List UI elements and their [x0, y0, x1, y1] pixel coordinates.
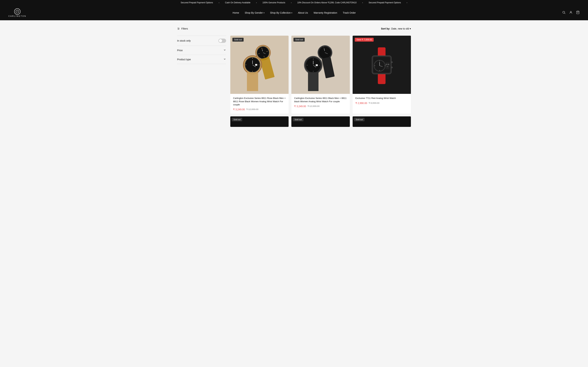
product-image-2: Sold out — [291, 36, 350, 94]
price-current-3: ₹ 2,990.00 — [355, 102, 367, 105]
sort-area: Sort by: Date, new to old ▾ — [381, 27, 411, 30]
svg-text:12:35: 12:35 — [386, 64, 389, 65]
svg-line-39 — [324, 46, 324, 47]
sidebar: In stock only Price — [177, 36, 226, 127]
product-image-1: Sold out — [230, 36, 289, 94]
products-area: Sold out — [230, 36, 411, 127]
product-info-1: Carlington Exclusive Series 8811 Rose Bl… — [230, 94, 289, 114]
product-card-3[interactable]: Save ₹ 7,009.00 — [353, 36, 411, 114]
product-badge-3: Save ₹ 7,009.00 — [355, 38, 374, 42]
sidebar-section-price: Price — [177, 46, 226, 55]
filters-label: Filters — [181, 27, 188, 30]
product-prices-3: ₹ 2,990.00 ₹ 9,999.00 — [355, 102, 408, 105]
svg-rect-50 — [316, 64, 318, 66]
account-icon[interactable] — [569, 11, 573, 15]
in-stock-toggle[interactable] — [218, 39, 226, 43]
toggle-track — [218, 39, 226, 43]
product-placeholder-1 — [230, 36, 289, 94]
logo-icon — [14, 8, 20, 15]
product-card-1[interactable]: Sold out — [230, 36, 289, 114]
sort-dropdown[interactable]: Date, new to old ▾ — [391, 27, 411, 30]
cart-icon[interactable] — [576, 11, 579, 15]
search-icon[interactable] — [562, 11, 566, 15]
bottom-badge-1: Sold out — [232, 118, 242, 121]
svg-point-68 — [391, 67, 393, 68]
product-type-row[interactable]: Product type — [177, 58, 226, 61]
svg-rect-40 — [322, 57, 335, 78]
product-card-bottom-2[interactable]: Sold out — [291, 117, 350, 127]
toggle-thumb — [219, 39, 222, 42]
header-icons — [562, 11, 579, 15]
filters-button[interactable]: Filters — [177, 27, 188, 30]
svg-point-1 — [563, 11, 565, 13]
announcement-item-4: 10% Discount On Orders Above ₹1299, Code… — [297, 1, 357, 4]
svg-rect-53 — [378, 74, 386, 84]
svg-point-10 — [178, 29, 179, 30]
product-type-label: Product type — [177, 58, 191, 61]
announcement-bar: Secured Prepaid Payment Options ● Cash O… — [0, 0, 588, 5]
product-badge-1: Sold out — [232, 38, 244, 42]
product-card-bottom-3[interactable]: Sold out — [353, 117, 411, 127]
announcement-item-3: 100% Genuine Products — [262, 1, 285, 4]
nav-home[interactable]: Home — [233, 11, 239, 14]
product-info-2: Carlington Exclusive Series 8811 Black M… — [291, 94, 350, 110]
product-type-expand-icon — [223, 58, 226, 61]
announcement-item-5: Secured Prepaid Payment Options — [369, 1, 401, 4]
product-card-bottom-1[interactable]: Sold out — [230, 117, 289, 127]
nav-shop-collection[interactable]: Shop By Collection ▾ — [270, 11, 292, 14]
products-bottom-row: Sold out Sold out Sold out — [230, 117, 411, 127]
announcement-dot-4: ● — [362, 2, 363, 3]
price-current-2: ₹ 3,249.00 — [294, 105, 306, 108]
svg-rect-51 — [308, 72, 319, 91]
nav-warranty[interactable]: Warranty Registration — [314, 11, 337, 14]
product-placeholder-3: 12:35 THU — [353, 36, 411, 94]
price-expand-icon — [223, 49, 226, 52]
chevron-down-icon: ▾ — [264, 12, 264, 14]
sort-value: Date, new to old — [391, 27, 409, 30]
product-title-3: Exclusive 7711 Red Analog Wrist Watch — [355, 97, 408, 100]
price-row[interactable]: Price — [177, 49, 226, 52]
product-title-2: Carlington Exclusive Series 8811 Black M… — [294, 97, 347, 103]
nav-about[interactable]: About Us — [298, 11, 308, 14]
price-current-1: ₹ 3,249.00 — [233, 108, 245, 111]
announcement-dot-1: ● — [219, 2, 219, 3]
in-stock-row[interactable]: In stock only — [177, 39, 226, 43]
bottom-badge-3: Sold out — [354, 118, 364, 121]
nav-shop-gender[interactable]: Shop By Gender ▾ — [245, 11, 264, 14]
announcement-dot-5: ● — [406, 2, 407, 3]
filter-bar: Filters Sort by: Date, new to old ▾ — [177, 25, 411, 33]
in-stock-label: In stock only — [177, 39, 191, 42]
chevron-down-icon: ▾ — [291, 12, 292, 14]
price-label: Price — [177, 49, 183, 52]
main-nav: Home Shop By Gender ▾ Shop By Collection… — [233, 11, 356, 14]
svg-rect-32 — [255, 64, 257, 66]
bottom-badge-2: Sold out — [293, 118, 303, 121]
content-area: In stock only Price — [177, 36, 411, 127]
svg-point-67 — [391, 61, 393, 63]
nav-track-order[interactable]: Track Order — [343, 11, 356, 14]
site-header: CARLINGTON Home Shop By Gender ▾ Shop By… — [0, 5, 588, 20]
filter-icon — [177, 27, 180, 30]
product-info-3: Exclusive 7711 Red Analog Wrist Watch ₹ … — [353, 94, 411, 107]
chevron-down-icon: ▾ — [410, 27, 411, 30]
logo[interactable]: CARLINGTON — [9, 8, 26, 17]
product-placeholder-2 — [291, 36, 350, 94]
sidebar-section-in-stock: In stock only — [177, 36, 226, 46]
svg-point-8 — [178, 28, 178, 28]
product-image-3: Save ₹ 7,009.00 — [353, 36, 411, 94]
announcement-dot-2: ● — [256, 2, 257, 3]
svg-point-9 — [179, 28, 179, 29]
svg-point-25 — [245, 58, 260, 72]
svg-point-0 — [16, 10, 19, 13]
svg-text:THU: THU — [387, 66, 388, 67]
products-grid: Sold out — [230, 36, 411, 114]
svg-rect-33 — [247, 72, 258, 91]
svg-point-43 — [306, 58, 320, 73]
product-card-2[interactable]: Sold out — [291, 36, 350, 114]
product-prices-2: ₹ 3,249.00 ₹ 12,999.00 — [294, 105, 347, 108]
price-original-1: ₹ 12,999.00 — [246, 108, 258, 111]
product-badge-2: Sold out — [294, 38, 305, 42]
price-original-2: ₹ 12,999.00 — [307, 105, 320, 108]
product-prices-1: ₹ 3,249.00 ₹ 12,999.00 — [233, 108, 286, 111]
svg-rect-64 — [386, 62, 389, 69]
